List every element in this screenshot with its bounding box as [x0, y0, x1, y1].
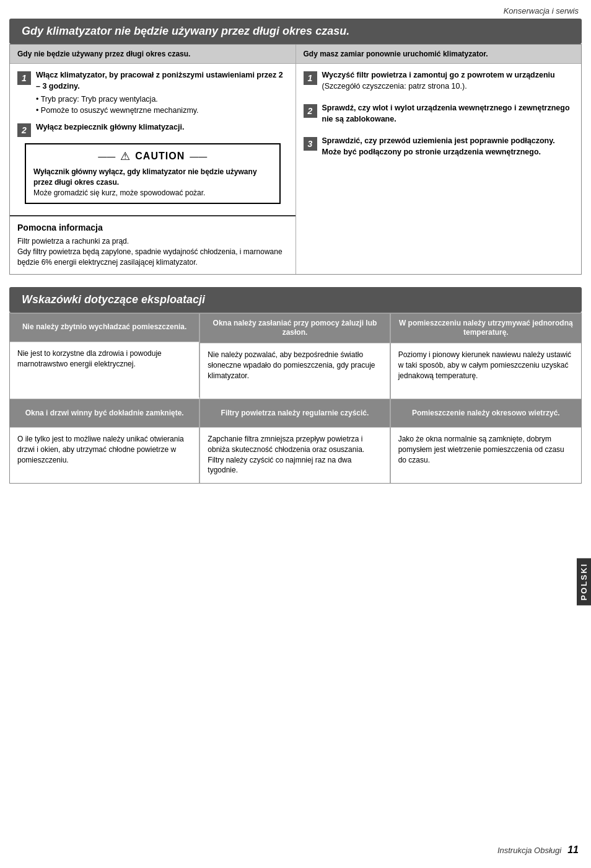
right-step-num-1: 1 — [304, 71, 317, 85]
tip-cell-1-3: W pomieszczeniu należy utrzymywać jednor… — [391, 314, 581, 399]
footer-label: Instrukcja Obsługi — [497, 846, 561, 855]
left-step-1: 1 Włącz klimatyzator, by pracował z poni… — [17, 70, 288, 116]
tip-cell-2-1: Okna i drzwi winny być dokładnie zamknię… — [10, 399, 200, 483]
page-footer: Instrukcja Obsługi 11 — [497, 844, 579, 856]
tip-header-2-3: Pomieszczenie należy okresowo wietrzyć. — [391, 399, 581, 427]
right-step-3: 3 Sprawdzić, czy przewód uziemienia jest… — [304, 136, 574, 157]
step-num-2: 2 — [17, 123, 31, 137]
tip-body-2-2: Zapchanie filtra zmniejsza przepływ powi… — [200, 427, 390, 483]
tip-cell-1-1: Nie należy zbytnio wychładzać pomieszcze… — [10, 314, 200, 399]
right-step-text-1: Wyczyść filtr powietrza i zamontuj go z … — [322, 70, 555, 92]
tip-body-2-1: O ile tylko jest to możliwe należy unika… — [10, 427, 199, 483]
left-col-header: Gdy nie będzie używany przez długi okres… — [10, 45, 296, 64]
step1-bullets: Tryb pracy: Tryb pracy wentylacja. Pomoż… — [36, 94, 288, 116]
tip-body-2-3: Jako że okna normalnie są zamknięte, dob… — [391, 427, 581, 483]
caution-label: CAUTION — [135, 151, 185, 162]
caution-box: —— ⚠ CAUTION —— Wyłącznik główny wyłącz,… — [25, 143, 281, 204]
left-step-2: 2 Wyłącz bezpiecznik główny klimatyzacji… — [17, 122, 288, 137]
caution-content: Wyłącznik główny wyłącz, gdy klimatyzato… — [33, 167, 272, 198]
section1-body: Gdy nie będzie używany przez długi okres… — [9, 44, 582, 275]
info-section: Pomocna informacja Filtr powietrza a rac… — [10, 215, 296, 273]
section1-title: Gdy klimatyzator nie będzie używany prze… — [9, 19, 582, 44]
right-step-text-3: Sprawdzić, czy przewód uziemienia jest p… — [322, 136, 574, 157]
left-col-content: 1 Włącz klimatyzator, by pracował z poni… — [10, 64, 296, 215]
caution-text: Może gromadzić się kurz, może spowodować… — [33, 188, 205, 197]
tip-cell-2-2: Filtry powietrza należy regularnie czyśc… — [200, 399, 390, 483]
page-header: Konserwacja i serwis — [0, 0, 591, 19]
page-number: 11 — [567, 844, 579, 856]
section2-body: Nie należy zbytnio wychładzać pomieszcze… — [9, 312, 582, 484]
tip-header-1-3: W pomieszczeniu należy utrzymywać jednor… — [391, 314, 581, 343]
right-step-2: 2 Sprawdź, czy wlot i wylot urządzenia w… — [304, 103, 574, 125]
tip-body-1-3: Poziomy i pionowy kierunek nawiewu należ… — [391, 343, 581, 399]
tip-body-1-1: Nie jest to korzystne dla zdrowia i powo… — [10, 342, 199, 397]
step-text-2: Wyłącz bezpiecznik główny klimatyzacji. — [36, 122, 184, 133]
tip-cell-2-3: Pomieszczenie należy okresowo wietrzyć. … — [391, 399, 581, 483]
right-column: Gdy masz zamiar ponownie uruchomić klima… — [296, 45, 582, 274]
tip-header-2-1: Okna i drzwi winny być dokładnie zamknię… — [10, 399, 199, 427]
left-column: Gdy nie będzie używany przez długi okres… — [10, 45, 296, 274]
caution-triangle-icon: ⚠ — [120, 149, 130, 163]
tip-header-2-2: Filtry powietrza należy regularnie czyśc… — [200, 399, 390, 427]
right-step-1: 1 Wyczyść filtr powietrza i zamontuj go … — [304, 70, 574, 92]
tip-cell-1-2: Okna należy zasłaniać przy pomocy żaluzj… — [200, 314, 390, 399]
tip-header-1-2: Okna należy zasłaniać przy pomocy żaluzj… — [200, 314, 390, 343]
tips-row-1: Nie należy zbytnio wychładzać pomieszcze… — [10, 313, 581, 399]
caution-dash-right: —— — [190, 151, 207, 161]
right-col-header: Gdy masz zamiar ponownie uruchomić klima… — [296, 45, 582, 64]
right-step-num-3: 3 — [304, 137, 317, 151]
right-col-content: 1 Wyczyść filtr powietrza i zamontuj go … — [296, 64, 582, 175]
step-num-1: 1 — [17, 71, 31, 85]
caution-bold: Wyłącznik główny wyłącz, gdy klimatyzato… — [33, 167, 257, 187]
tip-header-1-1: Nie należy zbytnio wychładzać pomieszcze… — [10, 314, 199, 342]
caution-title-row: —— ⚠ CAUTION —— — [33, 149, 272, 163]
tip-body-1-2: Nie należy pozwalać, aby bezpośrednie św… — [200, 343, 390, 399]
section2-title: Wskazówki dotyczące eksploatacji — [9, 287, 582, 312]
caution-dash-left: —— — [98, 151, 115, 161]
bullet-1: Tryb pracy: Tryb pracy wentylacja. — [36, 94, 288, 105]
side-label: POLSKI — [577, 558, 591, 605]
right-step-text-2: Sprawdź, czy wlot i wylot urządzenia wew… — [322, 103, 574, 125]
header-title: Konserwacja i serwis — [504, 6, 579, 16]
info-title: Pomocna informacja — [17, 223, 288, 232]
info-text: Filtr powietrza a rachunki za prąd. Gdy … — [17, 236, 288, 267]
tips-row-2: Okna i drzwi winny być dokładnie zamknię… — [10, 399, 581, 483]
step-text-1: Włącz klimatyzator, by pracował z poniżs… — [36, 70, 288, 116]
bullet-2: Pomoże to osuszyć wewnętrzne mechanizmy. — [36, 105, 288, 117]
right-step-num-2: 2 — [304, 104, 317, 118]
